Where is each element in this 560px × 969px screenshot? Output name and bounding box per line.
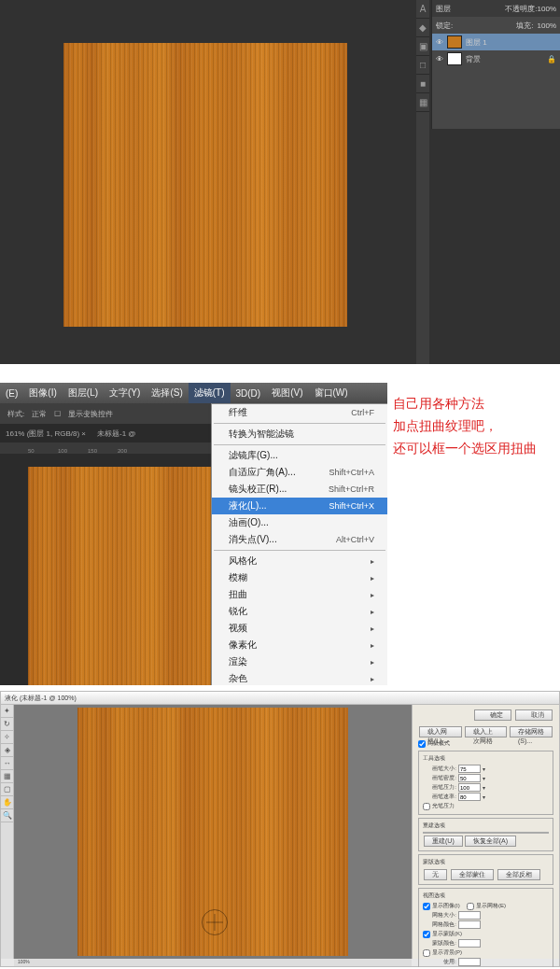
dialog-titlebar: 液化 (未标题-1 @ 100%) xyxy=(1,692,559,705)
instruction-line: 自己用各种方法 xyxy=(393,392,554,414)
brush-pressure-input[interactable] xyxy=(458,783,481,792)
lock-label: 锁定: xyxy=(436,21,453,31)
filter-menu-item[interactable]: 风格化 xyxy=(212,553,387,569)
menu-image[interactable]: 图像(I) xyxy=(23,383,62,403)
panel-icon[interactable]: ◆ xyxy=(416,19,429,37)
eye-icon[interactable]: 👁 xyxy=(436,38,443,47)
tool-hand[interactable]: ✋ xyxy=(1,796,13,809)
eye-icon[interactable]: 👁 xyxy=(436,55,443,63)
rebuild-options-group: 重建选项 重建(U)恢复全部(A) xyxy=(418,818,553,851)
fill-label: 填充: xyxy=(516,21,533,31)
rebuild-button[interactable]: 重建(U) xyxy=(424,836,463,847)
mesh-color-select[interactable] xyxy=(458,920,481,929)
tool-freeze[interactable]: ▦ xyxy=(1,770,13,783)
tool-pucker[interactable]: ✧ xyxy=(1,731,13,744)
instruction-text-area: 自己用各种方法 加点扭曲纹理吧， 还可以框一个选区用扭曲 xyxy=(387,383,560,685)
filter-menu-item[interactable]: 渲染 xyxy=(212,653,387,670)
menu-type[interactable]: 文字(Y) xyxy=(104,383,146,403)
style-label: 样式: xyxy=(7,409,24,419)
panel-icon[interactable]: ▣ xyxy=(416,37,429,56)
layer-name: 图层 1 xyxy=(466,37,487,48)
collapsed-panels: A ◆ ▣ □ ■ ▦ xyxy=(416,0,429,364)
instruction-line: 加点扭曲纹理吧， xyxy=(393,414,554,437)
ruler-tick: 200 xyxy=(118,448,147,454)
tool-zoom[interactable]: 🔍 xyxy=(1,809,13,822)
filter-menu-item[interactable]: 锐化 xyxy=(212,603,387,620)
layer-row-bg[interactable]: 👁 背景 🔒 xyxy=(432,50,560,67)
use-label: 使用: xyxy=(423,958,456,966)
filter-menu-item[interactable]: 镜头校正(R)...Shift+Ctrl+R xyxy=(212,481,387,498)
save-mesh-button[interactable]: 存储网格(S)... xyxy=(510,726,553,737)
menu-view[interactable]: 视图(V) xyxy=(266,383,308,403)
filter-menu-item[interactable]: 消失点(V)...Alt+Ctrl+V xyxy=(212,531,387,548)
mask-color-select[interactable] xyxy=(458,939,481,948)
filter-menu-item[interactable]: 模糊 xyxy=(212,569,387,586)
menu-window[interactable]: 窗口(W) xyxy=(309,383,354,403)
cancel-button[interactable]: 取消 xyxy=(515,709,553,721)
opacity-value[interactable]: 100% xyxy=(538,5,556,13)
group-title: 工具选项 xyxy=(423,754,549,763)
tool-twirl[interactable]: ↻ xyxy=(1,718,13,731)
view-options-group: 视图选项 显示图像(I) 显示网格(E) 网格大小: 网格颜色: 显示蒙版(K)… xyxy=(418,888,553,967)
filter-menu-item[interactable]: 滤镜库(G)... xyxy=(212,447,387,464)
panel-icon[interactable]: ■ xyxy=(416,75,429,93)
show-bg-check[interactable]: 显示背景(P) xyxy=(423,948,549,957)
stylus-pressure-check[interactable]: 光笔压力 xyxy=(423,802,549,810)
menu-layer[interactable]: 图层(L) xyxy=(63,383,104,403)
filter-menu-item[interactable]: 自适应广角(A)...Shift+Ctrl+A xyxy=(212,464,387,481)
style-value[interactable]: 正常 xyxy=(32,409,47,419)
brush-size-input[interactable] xyxy=(458,765,481,773)
ok-button[interactable]: 确定 xyxy=(474,709,511,721)
tool-push[interactable]: ↔ xyxy=(1,757,13,770)
panel-icon[interactable]: A xyxy=(416,0,429,19)
mask-none-button[interactable]: 无 xyxy=(424,869,447,880)
panel-icon[interactable]: ▦ xyxy=(416,93,429,112)
tool-thaw[interactable]: ▢ xyxy=(1,783,13,796)
layers-tab-label[interactable]: 图层 xyxy=(436,4,451,14)
show-image-check[interactable]: 显示图像(I) 显示网格(E) xyxy=(423,902,549,910)
restore-all-button[interactable]: 恢复全部(A) xyxy=(465,836,516,847)
filter-menu-item[interactable]: 杂色 xyxy=(212,670,387,685)
status-bar: 100% xyxy=(14,959,412,966)
brush-rate-input[interactable] xyxy=(458,793,481,801)
layer-thumb xyxy=(447,52,462,65)
tool-warp[interactable]: ✦ xyxy=(1,705,13,718)
use-select[interactable] xyxy=(458,958,481,966)
layers-panel: 图层 不透明度: 100% 锁定: 填充: 100% 👁 图层 1 👁 背景 🔒 xyxy=(431,0,560,129)
photoshop-window-1: A ◆ ▣ □ ■ ▦ 图层 不透明度: 100% 锁定: 填充: 100% 👁… xyxy=(0,0,560,364)
filter-menu-item[interactable]: 油画(O)... xyxy=(212,514,387,531)
doc-tab-2[interactable]: 未标题-1 @ xyxy=(97,428,135,439)
load-mesh-button[interactable]: 载入网格(L)... xyxy=(419,726,462,737)
mask-all-button[interactable]: 全部蒙住 xyxy=(451,869,494,880)
filter-menu-item[interactable]: 转换为智能滤镜 xyxy=(212,426,387,442)
menu-edit[interactable]: (E) xyxy=(0,383,23,403)
photoshop-window-2: (E) 图像(I) 图层(L) 文字(Y) 选择(S) 滤镜(T) 3D(D) … xyxy=(0,383,387,685)
brush-cursor xyxy=(202,909,228,935)
doc-tab-1[interactable]: 161% (图层 1, RGB/8) × xyxy=(6,428,86,439)
filter-menu-item[interactable]: 纤维Ctrl+F xyxy=(212,404,387,421)
filter-menu-item[interactable]: 扭曲 xyxy=(212,586,387,603)
mesh-size-label: 网格大小: xyxy=(423,911,456,920)
rebuild-slider[interactable] xyxy=(423,832,549,834)
liquify-dialog: 液化 (未标题-1 @ 100%) ✦ ↻ ✧ ◈ ↔ ▦ ▢ ✋ 🔍 确定 取… xyxy=(0,691,560,967)
transform-check-label[interactable]: 显示变换控件 xyxy=(68,409,113,419)
show-mask-check[interactable]: 显示蒙版(K) xyxy=(423,930,549,938)
layer-row-selected[interactable]: 👁 图层 1 xyxy=(432,34,560,50)
mask-invert-button[interactable]: 全部反相 xyxy=(497,869,540,880)
menu-3d[interactable]: 3D(D) xyxy=(231,383,267,403)
panel-icon[interactable]: □ xyxy=(416,56,429,75)
filter-menu-item[interactable]: 液化(L)...Shift+Ctrl+X xyxy=(212,498,387,514)
menu-filter[interactable]: 滤镜(T) xyxy=(189,383,231,403)
layer-thumb xyxy=(447,35,462,49)
brush-density-input[interactable] xyxy=(458,774,481,782)
mesh-size-select[interactable] xyxy=(458,911,481,920)
filter-menu-item[interactable]: 像素化 xyxy=(212,637,387,653)
filter-menu-item[interactable]: 视频 xyxy=(212,620,387,637)
zoom-value[interactable]: 100% xyxy=(18,959,30,964)
menu-bar: (E) 图像(I) 图层(L) 文字(Y) 选择(S) 滤镜(T) 3D(D) … xyxy=(0,383,387,403)
fill-value[interactable]: 100% xyxy=(538,21,556,30)
menu-select[interactable]: 选择(S) xyxy=(146,383,188,403)
tool-bloat[interactable]: ◈ xyxy=(1,744,13,757)
liquify-canvas[interactable] xyxy=(77,708,348,956)
load-last-mesh-button[interactable]: 载入上次网格 xyxy=(465,726,507,737)
